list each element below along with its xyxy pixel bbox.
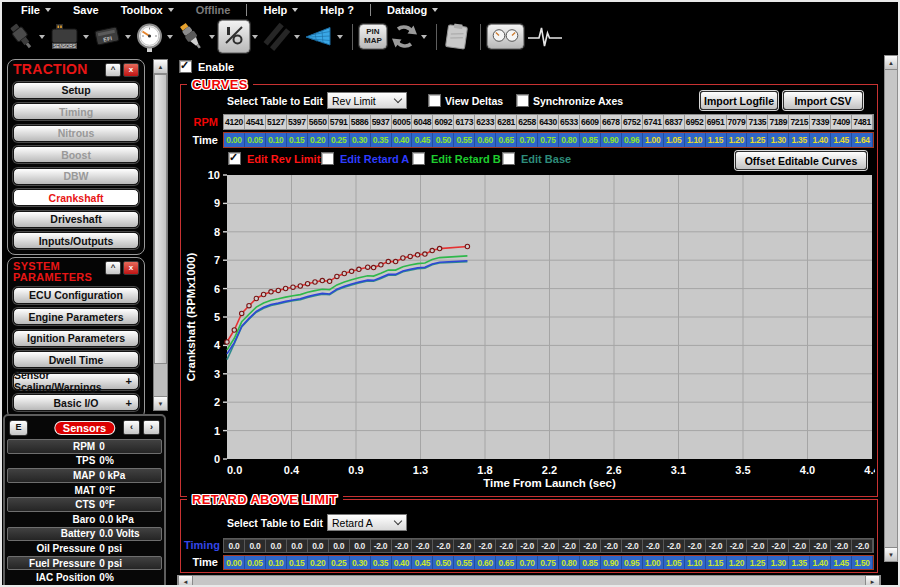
- view-deltas-checkbox[interactable]: [428, 94, 441, 107]
- table-cell[interactable]: 0.60: [475, 133, 496, 147]
- table-cell[interactable]: -2.0: [601, 539, 622, 552]
- menu-item-save[interactable]: Save: [62, 4, 110, 16]
- table-cell[interactable]: -2.0: [475, 539, 496, 552]
- table-cell[interactable]: -2.0: [371, 539, 392, 552]
- collapse-icon[interactable]: ^: [105, 63, 121, 77]
- chevron-left-icon[interactable]: ‹: [123, 420, 140, 435]
- table-cell[interactable]: 0.10: [266, 133, 287, 147]
- table-cell[interactable]: 1.00: [643, 133, 664, 147]
- table-cell[interactable]: 0.75: [538, 556, 559, 569]
- table-cell[interactable]: -2.0: [559, 539, 580, 552]
- close-icon[interactable]: x: [123, 261, 139, 275]
- table-cell[interactable]: 1.30: [768, 556, 789, 569]
- toolbar-button-sync[interactable]: [390, 22, 427, 51]
- table-cell[interactable]: 6741: [643, 115, 664, 129]
- toolbar-button-io[interactable]: [218, 20, 258, 53]
- scroll-up-icon[interactable]: ▲: [885, 56, 897, 70]
- table-cell[interactable]: 6048: [412, 115, 433, 129]
- table-cell[interactable]: 0.55: [454, 556, 475, 569]
- table-cell[interactable]: -2.0: [768, 539, 789, 552]
- table-cell[interactable]: 0.0: [308, 539, 329, 552]
- table-cell[interactable]: 1.64: [852, 133, 873, 147]
- table-cell[interactable]: 0.05: [245, 133, 266, 147]
- table-cell[interactable]: 0.10: [266, 556, 287, 569]
- menu-item-file[interactable]: File: [10, 4, 62, 16]
- table-cell[interactable]: 6951: [706, 115, 727, 129]
- table-cell[interactable]: 1.25: [747, 556, 768, 569]
- table-cell[interactable]: 0.80: [559, 133, 580, 147]
- table-cell[interactable]: 0.40: [392, 556, 413, 569]
- table-cell[interactable]: 1.15: [706, 556, 727, 569]
- toolbar-button-pulse[interactable]: [527, 23, 563, 51]
- offset-editable-curves-button[interactable]: Offset Editable Curves: [735, 151, 867, 170]
- table-cell[interactable]: 6837: [664, 115, 685, 129]
- table-cell[interactable]: 0.75: [538, 133, 559, 147]
- table-cell[interactable]: 0.15: [287, 133, 308, 147]
- table-cell[interactable]: 6233: [475, 115, 496, 129]
- table-cell[interactable]: 1.30: [768, 133, 789, 147]
- table-cell[interactable]: 0.35: [371, 133, 392, 147]
- table-cell[interactable]: -2.0: [496, 539, 517, 552]
- main-vertical-scrollbar[interactable]: ▲ ▼: [884, 55, 898, 562]
- toolbar-button-gauges[interactable]: [487, 24, 524, 50]
- collapse-icon[interactable]: ^: [105, 261, 121, 275]
- sidebar-button-engine-parameters[interactable]: Engine Parameters: [13, 308, 139, 325]
- edit-retard-a-checkbox[interactable]: [321, 152, 334, 165]
- table-cell[interactable]: 0.25: [329, 556, 350, 569]
- table-cell[interactable]: 0.65: [496, 133, 517, 147]
- table-cell[interactable]: 6533: [559, 115, 580, 129]
- table-cell[interactable]: 0.40: [392, 133, 413, 147]
- table-cell[interactable]: 6430: [538, 115, 559, 129]
- table-cell[interactable]: 0.25: [329, 133, 350, 147]
- sidebar-scrollbar[interactable]: ▲ ▼: [153, 59, 168, 411]
- edit-rev-limit-checkbox[interactable]: [228, 152, 241, 165]
- sidebar-button-driveshaft[interactable]: Driveshaft: [13, 211, 139, 228]
- sidebar-button-setup[interactable]: Setup: [13, 82, 139, 99]
- table-cell[interactable]: 0.0: [329, 539, 350, 552]
- table-cell[interactable]: -2.0: [664, 539, 685, 552]
- table-cell[interactable]: 7409: [831, 115, 852, 129]
- table-cell[interactable]: -2.0: [412, 539, 433, 552]
- table-cell[interactable]: 1.50: [852, 556, 873, 569]
- table-cell[interactable]: 0.20: [308, 133, 329, 147]
- scroll-right-icon[interactable]: ►: [865, 576, 880, 587]
- table-cell[interactable]: 0.45: [412, 133, 433, 147]
- table-cell[interactable]: -2.0: [580, 539, 601, 552]
- table-cell[interactable]: 0.96: [622, 133, 643, 147]
- chart-canvas[interactable]: 0123456789100.00.40.91.31.82.22.63.13.54…: [183, 171, 875, 493]
- menu-item-toolbox[interactable]: Toolbox: [110, 4, 185, 16]
- table-cell[interactable]: 1.25: [747, 133, 768, 147]
- table-cell[interactable]: -2.0: [538, 539, 559, 552]
- table-cell[interactable]: 0.20: [308, 556, 329, 569]
- table-cell[interactable]: 1.40: [810, 556, 831, 569]
- table-cell[interactable]: 0.90: [601, 133, 622, 147]
- table-cell[interactable]: -2.0: [727, 539, 748, 552]
- table-cell[interactable]: -2.0: [643, 539, 664, 552]
- sidebar-button-basic-i-o[interactable]: Basic I/O+: [13, 394, 139, 411]
- table-cell[interactable]: 7135: [747, 115, 768, 129]
- table-cell[interactable]: 1.10: [685, 556, 706, 569]
- table-cell[interactable]: 1.35: [789, 133, 810, 147]
- toolbar-button-pin-map[interactable]: PIN MAP: [359, 24, 387, 49]
- sidebar-button-ecu-configuration[interactable]: ECU Configuration: [13, 287, 139, 304]
- retard-table-select[interactable]: Retard A: [327, 514, 407, 531]
- scroll-up-icon[interactable]: ▲: [154, 60, 167, 74]
- table-cell[interactable]: 1.40: [810, 133, 831, 147]
- table-cell[interactable]: 0.95: [622, 556, 643, 569]
- curves-table-select[interactable]: Rev Limit: [327, 92, 407, 109]
- toolbar-button-fan[interactable]: [303, 22, 343, 52]
- table-cell[interactable]: 6752: [622, 115, 643, 129]
- table-cell[interactable]: -2.0: [433, 539, 454, 552]
- scroll-down-icon[interactable]: ▼: [885, 547, 897, 561]
- table-cell[interactable]: 0.65: [496, 556, 517, 569]
- table-cell[interactable]: 5650: [308, 115, 329, 129]
- table-cell[interactable]: 0.45: [412, 556, 433, 569]
- table-cell[interactable]: 0.0: [287, 539, 308, 552]
- table-cell[interactable]: 6173: [454, 115, 475, 129]
- toolbar-button-gauge[interactable]: [134, 21, 173, 53]
- table-cell[interactable]: 1.05: [664, 556, 685, 569]
- table-cell[interactable]: 1.20: [727, 556, 748, 569]
- table-cell[interactable]: 4120: [224, 115, 245, 129]
- table-cell[interactable]: -2.0: [517, 539, 538, 552]
- table-cell[interactable]: 7189: [768, 115, 789, 129]
